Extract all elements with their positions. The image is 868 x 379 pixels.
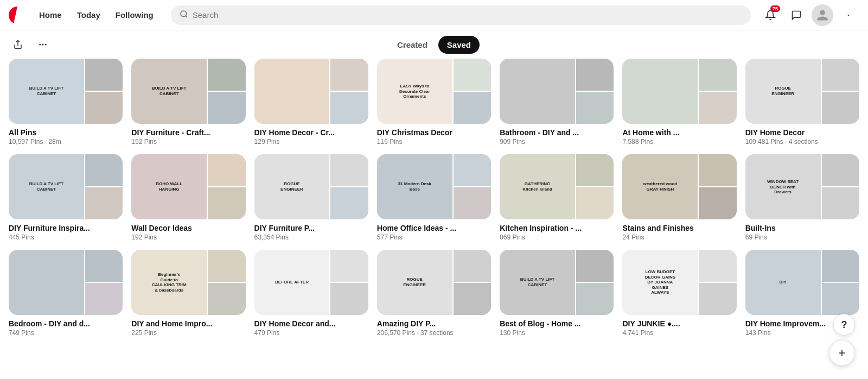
- board-title: Bathroom - DIY and ...: [500, 128, 614, 137]
- more-options-button[interactable]: [34, 35, 52, 54]
- board-meta: 749 Pins: [9, 329, 123, 337]
- board-meta: 152 Pins: [131, 138, 245, 146]
- search-icon: [180, 10, 188, 21]
- board-title: DIY Furniture Inspira...: [9, 224, 123, 232]
- nav-following[interactable]: Following: [109, 6, 160, 24]
- board-meta: 109,481 Pins · 4 sections: [745, 138, 859, 146]
- board-meta: 116 Pins: [377, 138, 491, 146]
- board-meta: 909 Pins: [500, 138, 614, 146]
- board-meta: 869 Pins: [500, 233, 614, 241]
- board-meta: 129 Pins: [254, 138, 368, 146]
- board-card[interactable]: At Home with ...7,588 Pins: [622, 59, 736, 146]
- board-title: Best of Blog - Home ...: [500, 319, 614, 328]
- board-meta: 225 Pins: [131, 329, 245, 337]
- notifications-button[interactable]: 75: [760, 4, 781, 26]
- svg-point-0: [181, 11, 187, 17]
- board-card[interactable]: DIY Home Decor - Cr...129 Pins: [254, 59, 368, 146]
- account-dropdown[interactable]: [838, 4, 859, 26]
- tab-created[interactable]: Created: [388, 36, 436, 54]
- board-title: DIY and Home Impro...: [131, 319, 245, 328]
- board-meta: 206,570 Pins · 37 sections: [377, 329, 491, 337]
- board-meta: 24 Pins: [622, 233, 736, 241]
- add-button[interactable]: +: [829, 340, 855, 366]
- board-card[interactable]: EASY Ways to Decorate Clear OrnamentsDIY…: [377, 59, 491, 146]
- board-card[interactable]: BUILD A TV LIFT CABINETDIY Furniture - C…: [131, 59, 245, 146]
- pinterest-logo[interactable]: [9, 7, 26, 24]
- board-card[interactable]: LOW BUDGET DECOR GAINS BY JOANNA GAINES …: [622, 250, 736, 337]
- board-card[interactable]: BUILD A TV LIFT CABINETAll Pins10,597 Pi…: [9, 59, 123, 146]
- board-card[interactable]: WINDOW SEAT BENCH with DrawersBuilt-Ins6…: [745, 154, 859, 241]
- board-card[interactable]: weathered wood GRAY FINISHStains and Fin…: [622, 154, 736, 241]
- board-title: Home Office Ideas - ...: [377, 224, 491, 232]
- board-title: DIY Home Decor - Cr...: [254, 128, 368, 137]
- board-meta: 130 Pins: [500, 329, 614, 337]
- toolbar: Created Saved: [0, 30, 868, 59]
- board-title: DIY Christmas Decor: [377, 128, 491, 137]
- main-nav: Home Today Following: [33, 6, 160, 24]
- board-card[interactable]: Beginner's Guide to CAULKING TRIM & base…: [131, 250, 245, 337]
- board-title: DIY JUNKIE ●....: [622, 319, 736, 328]
- board-meta: 479 Pins: [254, 329, 368, 337]
- board-title: Bedroom - DIY and d...: [9, 319, 123, 328]
- board-title: DIY Furniture - Craft...: [131, 128, 245, 137]
- board-meta: 445 Pins: [9, 233, 123, 241]
- board-title: Amazing DIY P...: [377, 319, 491, 328]
- board-title: Stains and Finishes: [622, 224, 736, 232]
- search-input[interactable]: [193, 10, 742, 20]
- tab-saved[interactable]: Saved: [438, 36, 480, 54]
- board-card[interactable]: BUILD A TV LIFT CABINETDIY Furniture Ins…: [9, 154, 123, 241]
- nav-home[interactable]: Home: [33, 6, 68, 24]
- board-meta: 63,354 Pins: [254, 233, 368, 241]
- board-title: Wall Decor Ideas: [131, 224, 245, 232]
- search-bar[interactable]: [171, 5, 751, 25]
- board-title: Kitchen Inspiration - ...: [500, 224, 614, 232]
- svg-line-1: [186, 16, 187, 17]
- board-meta: 4,741 Pins: [622, 329, 736, 337]
- board-meta: 192 Pins: [131, 233, 245, 241]
- board-meta: 7,588 Pins: [622, 138, 736, 146]
- user-avatar[interactable]: [812, 4, 833, 26]
- share-button[interactable]: [9, 35, 27, 54]
- board-title: DIY Furniture P...: [254, 224, 368, 232]
- board-card[interactable]: BEFORE AFTERDIY Home Decor and...479 Pin…: [254, 250, 368, 337]
- board-card[interactable]: ROGUE ENGINEERAmazing DIY P...206,570 Pi…: [377, 250, 491, 337]
- board-card[interactable]: BUILD A TV LIFT CABINETBest of Blog - Ho…: [500, 250, 614, 337]
- board-card[interactable]: Bathroom - DIY and ...909 Pins: [500, 59, 614, 146]
- board-meta: 577 Pins: [377, 233, 491, 241]
- board-card[interactable]: ROGUE ENGINEERDIY Furniture P...63,354 P…: [254, 154, 368, 241]
- header: Home Today Following 75: [0, 0, 868, 30]
- board-title: DIY Home Decor and...: [254, 319, 368, 328]
- svg-point-2: [39, 44, 41, 46]
- board-title: DIY Home Decor: [745, 128, 859, 137]
- notification-badge: 75: [770, 5, 780, 12]
- board-card[interactable]: 31 Modern Desk BaseHome Office Ideas - .…: [377, 154, 491, 241]
- help-button[interactable]: ?: [833, 314, 855, 336]
- messages-button[interactable]: [786, 4, 807, 26]
- view-tabs: Created Saved: [388, 36, 480, 54]
- boards-grid: BUILD A TV LIFT CABINETAll Pins10,597 Pi…: [0, 59, 868, 379]
- board-card[interactable]: BOHO WALL HANGINGWall Decor Ideas192 Pin…: [131, 154, 245, 241]
- board-card[interactable]: Bedroom - DIY and d...749 Pins: [9, 250, 123, 337]
- svg-point-3: [42, 44, 44, 46]
- nav-today[interactable]: Today: [71, 6, 107, 24]
- board-title: At Home with ...: [622, 128, 736, 137]
- svg-point-4: [45, 44, 47, 46]
- board-meta: 69 Pins: [745, 233, 859, 241]
- board-title: Built-Ins: [745, 224, 859, 232]
- board-meta: 10,597 Pins · 28m: [9, 138, 123, 146]
- board-title: All Pins: [9, 128, 123, 137]
- board-card[interactable]: GATHERING Kitchen IslandKitchen Inspirat…: [500, 154, 614, 241]
- boards-masonry: BUILD A TV LIFT CABINETAll Pins10,597 Pi…: [9, 59, 859, 337]
- board-card[interactable]: ROGUE ENGINEERDIY Home Decor109,481 Pins…: [745, 59, 859, 146]
- header-actions: 75: [760, 4, 859, 26]
